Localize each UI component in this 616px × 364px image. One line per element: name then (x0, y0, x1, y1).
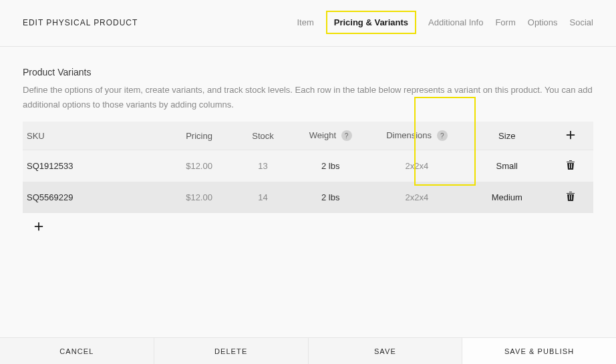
cell-dimensions[interactable]: 2x2x4 (368, 150, 466, 182)
column-header-weight[interactable]: Weight ? (293, 122, 368, 150)
plus-icon (566, 130, 575, 140)
cell-stock[interactable]: 13 (233, 150, 293, 182)
cell-weight[interactable]: 2 lbs (293, 150, 368, 182)
column-header-weight-label: Weight (309, 130, 336, 140)
delete-row-button[interactable] (566, 160, 575, 170)
tab-social[interactable]: Social (570, 15, 593, 30)
tab-item[interactable]: Item (297, 15, 313, 30)
section-title: Product Variants (23, 67, 593, 77)
save-publish-button[interactable]: SAVE & PUBLISH (462, 338, 616, 364)
column-header-pricing[interactable]: Pricing (166, 122, 233, 150)
add-column-button[interactable] (565, 130, 576, 140)
cell-dimensions[interactable]: 2x2x4 (368, 182, 466, 213)
column-header-sku[interactable]: SKU (23, 122, 166, 150)
delete-row-button[interactable] (566, 191, 575, 202)
column-header-size[interactable]: Size (466, 122, 549, 150)
cell-pricing[interactable]: $12.00 (166, 150, 233, 182)
cell-weight[interactable]: 2 lbs (293, 182, 368, 213)
help-icon[interactable]: ? (437, 130, 448, 141)
cell-size[interactable]: Medium (466, 182, 549, 213)
help-icon[interactable]: ? (341, 130, 352, 141)
delete-button[interactable]: DELETE (154, 338, 309, 364)
tabs-nav: Item Pricing & Variants Additional Info … (297, 11, 593, 34)
plus-icon (34, 222, 43, 231)
cancel-button[interactable]: CANCEL (0, 338, 154, 364)
cell-stock[interactable]: 14 (233, 182, 293, 213)
footer-actions: CANCEL DELETE SAVE SAVE & PUBLISH (0, 337, 616, 364)
section-desc: Define the options of your item, create … (23, 83, 593, 112)
column-header-stock[interactable]: Stock (233, 122, 293, 150)
cell-sku[interactable]: SQ5569229 (23, 182, 166, 213)
tab-pricing-variants[interactable]: Pricing & Variants (326, 11, 416, 34)
tab-additional-info[interactable]: Additional Info (428, 15, 483, 30)
table-row[interactable]: SQ1912533 $12.00 13 2 lbs 2x2x4 Small (23, 150, 593, 182)
trash-icon (566, 191, 575, 202)
variant-table: SKU Pricing Stock Weight ? Dimensions ? … (23, 122, 593, 213)
column-add (549, 122, 593, 150)
cell-sku[interactable]: SQ1912533 (23, 150, 166, 182)
add-row-button[interactable] (33, 221, 44, 232)
column-header-dimensions-label: Dimensions (386, 130, 432, 140)
trash-icon (566, 160, 575, 170)
tab-options[interactable]: Options (528, 15, 558, 30)
tab-form[interactable]: Form (495, 15, 515, 30)
page-title: EDIT PHYSICAL PRODUCT (23, 18, 138, 27)
cell-size[interactable]: Small (466, 150, 549, 182)
save-button[interactable]: SAVE (309, 338, 463, 364)
column-header-dimensions[interactable]: Dimensions ? (368, 122, 466, 150)
table-row[interactable]: SQ5569229 $12.00 14 2 lbs 2x2x4 Medium (23, 182, 593, 213)
cell-pricing[interactable]: $12.00 (166, 182, 233, 213)
